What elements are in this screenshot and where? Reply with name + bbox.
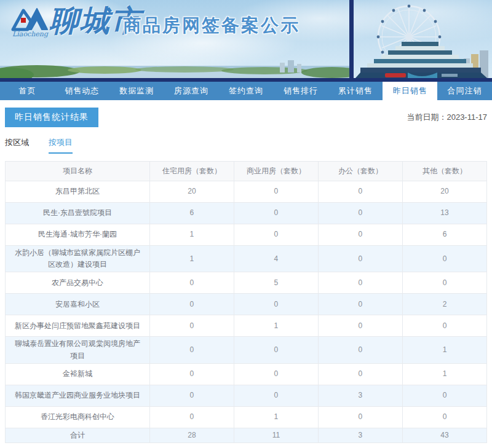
count-cell: 0 — [234, 181, 318, 203]
count-cell: 13 — [402, 203, 486, 224]
header-bottom-stripe — [0, 78, 492, 82]
nav-item-3[interactable]: 房源查询 — [164, 82, 219, 100]
project-name-cell: 水韵小居（聊城市监狱家属院片区棚户区改造）建设项目 — [6, 246, 150, 272]
table-row: 安居嘉和小区0002 — [6, 294, 487, 315]
count-cell: 0 — [402, 315, 486, 337]
table-row: 香江光彩电商科创中心0100 — [6, 406, 487, 428]
count-cell: 0 — [234, 337, 318, 363]
table-row: 新区办事处闫庄预留地聚鑫苑建设项目0100 — [6, 315, 487, 337]
count-cell: 0 — [149, 315, 234, 337]
count-cell: 4 — [234, 246, 318, 272]
main-nav: 首页销售动态数据监测房源查询签约查询销售排行累计销售昨日销售合同注销 — [0, 82, 492, 100]
count-cell: 0 — [149, 272, 234, 294]
count-cell: 0 — [149, 406, 234, 428]
tab-by-region[interactable]: 按区域 — [5, 137, 29, 154]
table-row: 东昌甲第北区200020 — [6, 181, 487, 203]
lake-landscape-image — [0, 58, 349, 78]
nav-item-6[interactable]: 累计销售 — [328, 82, 383, 100]
nav-item-0[interactable]: 首页 — [0, 82, 55, 100]
count-cell: 0 — [318, 246, 402, 272]
count-cell: 6 — [402, 224, 486, 246]
column-header: 项目名称 — [6, 162, 150, 181]
count-cell: 0 — [318, 406, 402, 428]
table-row: 聊城泰岳置业有限公司观棠阅境房地产项目0001 — [6, 337, 487, 363]
project-name-cell: 聊城泰岳置业有限公司观棠阅境房地产项目 — [6, 337, 150, 363]
nav-item-4[interactable]: 签约查询 — [219, 82, 274, 100]
project-name-cell: 安居嘉和小区 — [6, 294, 150, 315]
count-cell: 6 — [149, 203, 234, 224]
nav-item-2[interactable]: 数据监测 — [109, 82, 164, 100]
count-cell: 0 — [149, 363, 234, 385]
table-row: 韩国京畿道产业园商业服务业地块项目0030 — [6, 385, 487, 406]
count-cell: 1 — [402, 337, 486, 363]
count-cell: 1 — [402, 363, 486, 385]
count-cell: 1 — [234, 315, 318, 337]
count-cell: 0 — [402, 272, 486, 294]
sales-table: 项目名称住宅用房（套数）商业用房（套数）办公（套数）其他（套数） 东昌甲第北区2… — [5, 161, 487, 443]
site-header: Liaocheng 聊城市 商品房网签备案公示 — [0, 0, 492, 82]
count-cell: 28 — [149, 428, 234, 442]
site-logo: Liaocheng — [9, 6, 52, 38]
project-name-cell: 韩国京畿道产业园商业服务业地块项目 — [6, 385, 150, 406]
count-cell: 1 — [149, 224, 234, 246]
view-tabs: 按区域 按项目 — [5, 137, 487, 154]
count-cell: 0 — [318, 315, 402, 337]
column-header: 商业用房（套数） — [234, 162, 318, 181]
count-cell: 0 — [318, 181, 402, 203]
count-cell: 0 — [234, 385, 318, 406]
project-name-cell: 农产品交易中心 — [6, 272, 150, 294]
count-cell: 3 — [318, 385, 402, 406]
project-name-cell: 新区办事处闫庄预留地聚鑫苑建设项目 — [6, 315, 150, 337]
table-row: 民生海通·城市芳华·蘭园1006 — [6, 224, 487, 246]
logo-script-text: Liaocheng — [9, 30, 52, 38]
count-cell: 0 — [318, 363, 402, 385]
project-name-cell: 东昌甲第北区 — [6, 181, 150, 203]
nav-item-5[interactable]: 销售排行 — [273, 82, 328, 100]
tab-by-project[interactable]: 按项目 — [49, 137, 73, 154]
count-cell: 0 — [318, 337, 402, 363]
count-cell: 0 — [402, 385, 486, 406]
site-title: 商品房网签备案公示 — [123, 14, 300, 38]
project-name-cell: 民生·东昌壹號院项目 — [6, 203, 150, 224]
count-cell: 20 — [402, 181, 486, 203]
column-header: 住宅用房（套数） — [149, 162, 234, 181]
column-header: 办公（套数） — [318, 162, 402, 181]
count-cell: 0 — [234, 294, 318, 315]
table-total-row: 合计2811343 — [6, 428, 487, 442]
count-cell: 11 — [234, 428, 318, 442]
count-cell: 0 — [149, 385, 234, 406]
count-cell: 20 — [149, 181, 234, 203]
nav-item-8[interactable]: 合同注销 — [437, 82, 492, 100]
count-cell: 0 — [318, 294, 402, 315]
count-cell: 0 — [234, 224, 318, 246]
count-cell: 0 — [402, 246, 486, 272]
section-head: 昨日销售统计结果 当前日期：2023-11-17 — [5, 108, 487, 127]
count-cell: 1 — [149, 246, 234, 272]
table-row: 水韵小居（聊城市监狱家属院片区棚户区改造）建设项目1400 — [6, 246, 487, 272]
nav-item-7[interactable]: 昨日销售 — [383, 82, 437, 100]
main-content: 昨日销售统计结果 当前日期：2023-11-17 按区域 按项目 项目名称住宅用… — [0, 108, 492, 443]
count-cell: 0 — [234, 363, 318, 385]
table-row: 民生·东昌壹號院项目60013 — [6, 203, 487, 224]
column-header: 其他（套数） — [402, 162, 486, 181]
count-cell: 0 — [402, 406, 486, 428]
project-name-cell: 香江光彩电商科创中心 — [6, 406, 150, 428]
count-cell: 0 — [318, 272, 402, 294]
sales-table-header: 项目名称住宅用房（套数）商业用房（套数）办公（套数）其他（套数） — [6, 162, 487, 181]
count-cell: 5 — [234, 272, 318, 294]
count-cell: 0 — [318, 203, 402, 224]
table-row: 金裕新城0001 — [6, 363, 487, 385]
count-cell: 0 — [149, 294, 234, 315]
count-cell: 2 — [402, 294, 486, 315]
count-cell: 0 — [234, 203, 318, 224]
count-cell: 0 — [149, 337, 234, 363]
count-cell: 43 — [402, 428, 486, 442]
table-row: 农产品交易中心0500 — [6, 272, 487, 294]
section-title-badge: 昨日销售统计结果 — [5, 108, 98, 127]
nav-item-1[interactable]: 销售动态 — [55, 82, 109, 100]
project-name-cell: 金裕新城 — [6, 363, 150, 385]
ferris-wheel-building-image — [349, 0, 492, 78]
count-cell: 0 — [318, 224, 402, 246]
current-date-label: 当前日期：2023-11-17 — [407, 112, 487, 123]
project-name-cell: 合计 — [6, 428, 150, 442]
